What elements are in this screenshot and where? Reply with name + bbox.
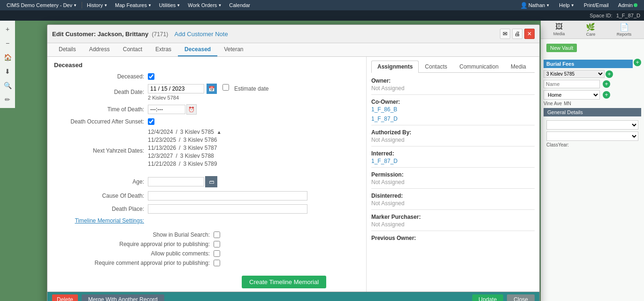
show-burial-label: Show in Burial Search: [54,232,214,238]
name-row: + [544,80,641,88]
home-select[interactable]: Home [544,90,600,100]
toolbar-right: Space ID: 1_F_87_D [590,13,640,18]
time-of-death-input[interactable] [148,105,185,114]
nav-utilities[interactable]: Utilities ▼ [156,1,183,9]
new-vault-button[interactable]: New Vault [546,44,577,52]
modal-body: Deceased Deceased: Death Date: 📅 Estimat… [47,57,539,292]
tab-extras[interactable]: Extras [149,43,178,56]
authorized-by-value: Not Assigned [371,137,535,143]
print-icon-button[interactable]: 🖨 [512,29,522,39]
yahrzeit-date-3: 12/3/2027 / 3 Kislev 5788 [148,153,222,159]
burial-fees-add-button[interactable]: + [634,59,641,66]
bottom-select-2[interactable] [546,131,638,141]
right-bottom-fields: ClassYear: [544,116,641,149]
tab-contact[interactable]: Contact [116,43,149,56]
kislev-select[interactable]: 3 Kislev 5785 [544,70,605,78]
deceased-section-title: Deceased [54,62,360,69]
right-sidebar-content: New Vault Burial Fees + 3 Kislev 5785 + … [541,39,644,301]
yahrzeit-gregorian-2: 11/13/2026 [148,145,176,151]
allow-comments-checkbox[interactable] [214,250,220,257]
divider-4 [371,167,535,168]
co-owner-value-2[interactable]: 1_F_87_D [371,116,535,122]
nav-print-email[interactable]: Print/Email [581,1,612,9]
age-input[interactable] [148,177,204,186]
tab-details[interactable]: Details [52,43,83,56]
care-icon-btn[interactable]: 🌿 Care [586,23,595,37]
right-sidebar-icons: 🖼 Media 🌿 Care 📄 Reports [541,21,644,39]
age-calc-button[interactable]: 🗃 [205,176,217,187]
yahrzeit-expand-icon-0[interactable]: ▲ [217,130,222,135]
reports-icon-btn[interactable]: 📄 Reports [617,23,632,37]
history-chevron-icon: ▼ [104,3,107,8]
clock-icon-button[interactable]: ⏰ [186,104,197,115]
show-burial-checkbox[interactable] [214,232,220,238]
nav-right: 👤 Nathan ▼ Help ▼ Print/Email Admin [517,1,640,10]
permission-value: Not Assigned [371,179,535,185]
hebrew-date-text: 2 Kislev 5784 [148,95,268,100]
assign-tab-assignments[interactable]: Assignments [371,61,419,73]
death-date-input[interactable] [148,84,204,93]
right-sidebar: 🖼 Media 🌿 Care 📄 Reports New Vault Buria… [541,21,644,301]
yahrzeit-row: Next Yahrzeit Dates: 12/4/2024 / 3 Kisle… [54,129,360,172]
reports-icon-label: Reports [617,32,632,37]
assign-tab-media[interactable]: Media [505,61,532,72]
tab-address[interactable]: Address [83,43,116,56]
timeline-settings-link[interactable]: Timeline Memorial Settings: [54,217,148,224]
utilities-chevron-icon: ▼ [176,3,180,8]
update-button[interactable]: Update [472,294,504,301]
death-after-sunset-checkbox[interactable] [148,118,154,125]
disinterred-title: Disinterred: [371,193,535,199]
nav-map-features[interactable]: Map Features ▼ [112,1,154,9]
close-modal-button[interactable]: ✕ [524,29,535,39]
require-approval-row: Require approval prior to publishing: [54,241,360,247]
kislev-add-button[interactable]: + [606,70,613,78]
deceased-row: Deceased: [54,73,360,80]
marker-purchaser-title: Marker Purchaser: [371,214,535,220]
tab-deceased[interactable]: Deceased [178,43,217,56]
deceased-checkbox[interactable] [148,73,154,80]
calendar-icon-button[interactable]: 📅 [207,84,217,94]
top-nav: CIMS Demo Cemetery - Dev ▼ History ▼ Map… [0,0,644,10]
merge-button[interactable]: Merge With Another Record [82,294,164,301]
map-features-label: Map Features [115,2,147,8]
assign-tab-communication[interactable]: Communication [453,61,505,72]
tab-veteran[interactable]: Veteran [217,43,250,56]
general-details-button[interactable]: General Details [544,108,641,116]
modal-tabs: Details Address Contact Extras Deceased … [47,43,539,57]
close-button[interactable]: Close [507,294,535,301]
yahrzeit-dates: 12/4/2024 / 3 Kislev 5785 ▲ 11/23/2025 /… [148,129,222,169]
death-after-sunset-row: Death Occurred After Sunset: [54,118,360,125]
death-place-input[interactable] [148,204,307,214]
name-input[interactable] [544,80,600,88]
nav-admin[interactable]: Admin [615,1,640,9]
co-owner-value-1[interactable]: 1_F_86_B [371,106,535,113]
nav-work-orders[interactable]: Work Orders ▼ [185,1,224,9]
require-comment-checkbox[interactable] [214,260,220,266]
bottom-select-1[interactable] [546,120,638,130]
deceased-label: Deceased: [54,73,148,80]
home-add-button[interactable]: + [603,91,610,99]
require-approval-checkbox[interactable] [214,241,220,247]
require-approval-label: Require approval prior to publishing: [54,241,214,247]
nav-history[interactable]: History ▼ [84,1,110,9]
assign-tab-contacts[interactable]: Contacts [419,61,453,72]
yahrzeit-sep-2: / [179,145,180,151]
nav-help[interactable]: Help ▼ [556,1,577,9]
email-icon-button[interactable]: ✉ [500,29,510,39]
death-after-sunset-label: Death Occurred After Sunset: [54,118,148,125]
name-add-button[interactable]: + [603,80,610,88]
nav-user[interactable]: 👤 Nathan ▼ [517,1,552,10]
yahrzeit-sep-0: / [176,129,177,135]
delete-button[interactable]: Delete [52,294,78,301]
interred-value[interactable]: 1_F_87_D [371,158,535,164]
nav-calendar[interactable]: Calendar [226,1,253,9]
estimate-date-checkbox[interactable] [222,84,229,91]
nav-app-name[interactable]: CIMS Demo Cemetery - Dev ▼ [4,1,80,9]
space-id-value: 1_F_87_D [616,13,640,18]
add-customer-note-link[interactable]: Add Customer Note [175,31,228,38]
cause-of-death-input[interactable] [148,191,307,201]
burial-fees-title[interactable]: Burial Fees [544,60,633,68]
death-date-group: 📅 Estimate date 2 Kislev 5784 [148,84,268,100]
create-memorial-button[interactable]: Create Timeline Memorial [242,276,326,288]
media-icon-btn[interactable]: 🖼 Media [553,23,565,37]
